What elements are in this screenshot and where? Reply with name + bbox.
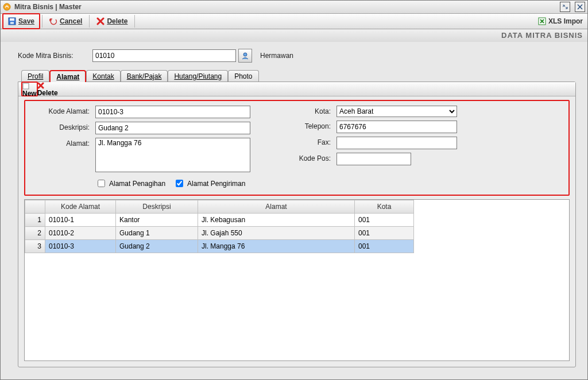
- cancel-button[interactable]: Cancel: [45, 14, 87, 29]
- save-button-label: Save: [18, 17, 34, 25]
- tab-strip: Profil Alamat Kontak Bank/Pajak Hutang/P…: [18, 69, 576, 82]
- delete-icon: [96, 17, 105, 25]
- kodepos-input[interactable]: [336, 153, 411, 165]
- deskripsi-input[interactable]: [95, 122, 250, 134]
- col-alamat[interactable]: Alamat: [198, 200, 355, 214]
- tab-body: New Delete Kode Alamat:: [18, 82, 576, 367]
- inner-delete-button[interactable]: Delete: [37, 82, 58, 96]
- alamat-form: Kode Alamat: Deskripsi: Alamat: Jl. Mang…: [24, 100, 570, 196]
- fax-label: Fax:: [273, 137, 336, 146]
- fax-input[interactable]: [336, 137, 457, 149]
- tab-hutang-piutang[interactable]: Hutang/Piutang: [168, 70, 228, 82]
- app-window: Mitra Bisnis | Master Save Cancel: [0, 0, 588, 380]
- svg-point-0: [3, 3, 10, 10]
- title-bar: Mitra Bisnis | Master: [1, 1, 587, 14]
- tab-photo[interactable]: Photo: [228, 70, 258, 82]
- new-button-label: New: [22, 90, 37, 98]
- save-icon: [8, 17, 16, 25]
- detach-window-icon[interactable]: [560, 2, 570, 12]
- table-row[interactable]: 201010-2Gudang 1Jl. Gajah 550001: [25, 227, 414, 240]
- table-row[interactable]: 101010-1KantorJl. Kebagusan001: [25, 214, 414, 227]
- deskripsi-label: Deskripsi:: [32, 122, 95, 131]
- tab-profil[interactable]: Profil: [21, 70, 49, 82]
- delete-icon: [37, 82, 58, 89]
- svg-rect-3: [10, 22, 14, 24]
- telepon-label: Telepon:: [273, 121, 336, 130]
- person-icon: [241, 52, 249, 60]
- kodepos-label: Kode Pos:: [273, 153, 336, 162]
- inner-delete-label: Delete: [37, 89, 58, 97]
- svg-rect-6: [23, 83, 29, 89]
- alamat-table-wrap: Kode Alamat Deskripsi Alamat Kota 101010…: [24, 199, 570, 361]
- mitra-name: Hermawan: [260, 52, 293, 60]
- undo-icon: [49, 17, 57, 25]
- window-controls: [560, 2, 585, 12]
- kode-alamat-label: Kode Alamat:: [32, 106, 95, 115]
- new-button[interactable]: New: [21, 82, 38, 96]
- alamat-input[interactable]: Jl. Mangga 76: [95, 138, 250, 172]
- close-window-icon[interactable]: [575, 2, 585, 12]
- alamat-label: Alamat:: [32, 138, 95, 148]
- delete-button[interactable]: Delete: [92, 14, 132, 29]
- xls-impor-button[interactable]: XLS Impor: [533, 14, 587, 29]
- telepon-input[interactable]: [336, 121, 457, 133]
- xls-impor-label: XLS Impor: [548, 17, 583, 25]
- save-button[interactable]: Save: [2, 13, 40, 29]
- kota-label: Kota:: [273, 106, 336, 115]
- tab-kontak[interactable]: Kontak: [86, 70, 120, 82]
- svg-point-5: [243, 53, 247, 56]
- app-icon: [3, 3, 11, 11]
- tab-bank-pajak[interactable]: Bank/Pajak: [121, 70, 168, 82]
- content-area: Kode Mitra Bisnis: Hermawan Profil Alama…: [1, 42, 587, 379]
- window-title: Mitra Bisnis | Master: [14, 3, 560, 11]
- lookup-button[interactable]: [238, 49, 252, 63]
- alamat-table[interactable]: Kode Alamat Deskripsi Alamat Kota 101010…: [25, 200, 414, 253]
- alamat-penagihan-checkbox[interactable]: Alamat Penagihan: [95, 178, 165, 189]
- col-deskripsi[interactable]: Deskripsi: [116, 200, 198, 214]
- alamat-pengiriman-checkbox[interactable]: Alamat Pengiriman: [173, 178, 245, 189]
- table-row[interactable]: 301010-3Gudang 2Jl. Mangga 76001: [25, 240, 414, 253]
- col-kota[interactable]: Kota: [355, 200, 414, 214]
- col-kode-alamat[interactable]: Kode Alamat: [45, 200, 116, 214]
- kode-mitra-input[interactable]: [92, 49, 236, 62]
- main-toolbar: Save Cancel Delete XLS Impor: [1, 14, 587, 29]
- tab-alamat[interactable]: Alamat: [49, 70, 86, 82]
- penagihan-check[interactable]: [98, 180, 105, 187]
- kode-mitra-label: Kode Mitra Bisnis:: [18, 52, 92, 60]
- excel-icon: [538, 17, 546, 25]
- svg-rect-2: [10, 18, 14, 21]
- kota-select[interactable]: Aceh Barat: [336, 106, 457, 117]
- cancel-button-label: Cancel: [60, 17, 82, 25]
- delete-button-label: Delete: [107, 17, 127, 25]
- new-icon: [22, 83, 37, 90]
- kode-mitra-row: Kode Mitra Bisnis: Hermawan: [18, 49, 576, 63]
- kode-alamat-input[interactable]: [95, 106, 250, 118]
- inner-toolbar: New Delete: [18, 82, 575, 96]
- pengiriman-check[interactable]: [176, 180, 183, 187]
